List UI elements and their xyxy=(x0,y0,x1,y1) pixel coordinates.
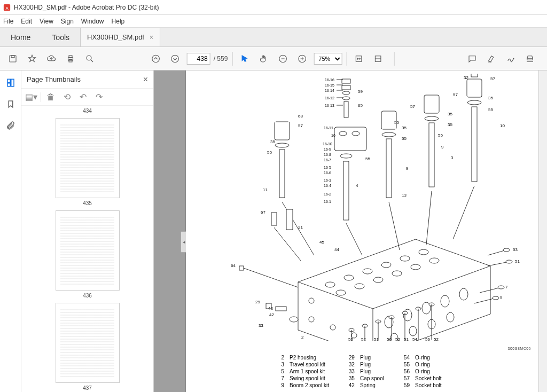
svg-rect-2 xyxy=(10,56,16,62)
menu-view[interactable]: View xyxy=(40,18,53,25)
svg-point-35 xyxy=(429,258,439,263)
svg-text:65: 65 xyxy=(358,103,363,108)
svg-rect-77 xyxy=(239,266,244,270)
svg-point-27 xyxy=(381,262,391,268)
svg-text:55: 55 xyxy=(438,133,443,138)
menu-help[interactable]: Help xyxy=(112,18,125,25)
menu-file[interactable]: File xyxy=(3,18,13,25)
right-tools-strip[interactable] xyxy=(538,70,547,392)
svg-text:43: 43 xyxy=(268,306,273,311)
svg-text:52: 52 xyxy=(434,337,439,341)
svg-point-47 xyxy=(330,325,335,330)
menu-bar: File Edit View Sign Window Help xyxy=(0,15,547,28)
svg-text:35: 35 xyxy=(488,96,493,100)
svg-text:57: 57 xyxy=(298,123,303,128)
drawing-number: 300S8MC06 xyxy=(508,347,531,350)
svg-text:55: 55 xyxy=(365,156,370,161)
cloud-upload-icon[interactable] xyxy=(44,51,59,66)
delete-page-icon[interactable]: 🗑 xyxy=(44,91,57,104)
svg-text:57: 57 xyxy=(490,76,495,81)
svg-rect-54 xyxy=(342,85,350,90)
svg-text:68: 68 xyxy=(298,114,303,119)
thumbnails-nav-icon[interactable] xyxy=(4,76,18,90)
svg-point-74 xyxy=(467,100,481,105)
parts-diagram: .ln{stroke:#000;stroke-width:0.8;fill:no… xyxy=(218,74,533,341)
pdf-file-icon: A xyxy=(3,4,11,11)
thumbnail-page[interactable] xyxy=(56,118,120,198)
svg-line-76 xyxy=(453,186,474,239)
svg-text:3: 3 xyxy=(451,155,454,160)
fit-width-icon[interactable] xyxy=(351,51,366,66)
svg-text:55: 55 xyxy=(402,136,407,141)
svg-point-88 xyxy=(506,260,512,263)
close-panel-icon[interactable]: × xyxy=(143,75,148,84)
page-number-input[interactable] xyxy=(187,53,210,65)
menu-sign[interactable]: Sign xyxy=(61,18,74,25)
svg-text:16-12: 16-12 xyxy=(325,96,334,100)
svg-text:16-9: 16-9 xyxy=(324,147,331,151)
svg-text:5: 5 xyxy=(500,295,503,300)
page-gutter: ◂ xyxy=(154,70,186,392)
bookmark-nav-icon[interactable] xyxy=(4,97,18,111)
svg-text:16-4: 16-4 xyxy=(324,184,331,187)
svg-point-55 xyxy=(342,91,350,95)
svg-text:16-6: 16-6 xyxy=(324,171,331,175)
sign-icon[interactable] xyxy=(503,51,518,66)
menu-edit[interactable]: Edit xyxy=(21,18,32,25)
thumbnail-page[interactable] xyxy=(56,303,120,383)
svg-point-92 xyxy=(493,296,499,300)
document-page[interactable]: .ln{stroke:#000;stroke-width:0.8;fill:no… xyxy=(186,70,538,392)
undo-icon[interactable]: ↶ xyxy=(76,91,89,104)
svg-line-63 xyxy=(346,223,362,255)
title-bar: A HX300HD_SM.pdf - Adobe Acrobat Pro DC … xyxy=(0,0,547,15)
svg-rect-22 xyxy=(7,83,10,87)
svg-text:52: 52 xyxy=(361,337,366,341)
svg-text:7: 7 xyxy=(505,285,508,289)
print-icon[interactable] xyxy=(63,51,78,66)
svg-point-50 xyxy=(275,143,289,147)
redo-icon[interactable]: ↷ xyxy=(92,91,105,104)
svg-point-42 xyxy=(409,326,417,336)
svg-text:57: 57 xyxy=(410,104,415,109)
pointer-icon[interactable] xyxy=(237,51,252,66)
svg-text:45: 45 xyxy=(319,240,324,245)
stamp-icon[interactable] xyxy=(522,51,537,66)
save-icon[interactable] xyxy=(5,51,20,66)
zoom-out-icon[interactable] xyxy=(275,51,290,66)
svg-point-34 xyxy=(411,264,420,270)
close-tab-icon[interactable]: × xyxy=(150,34,153,41)
svg-text:2: 2 xyxy=(301,335,304,340)
zoom-in-icon[interactable] xyxy=(294,51,309,66)
svg-text:67: 67 xyxy=(261,210,265,215)
search-icon[interactable] xyxy=(82,51,97,66)
svg-line-81 xyxy=(274,228,301,261)
thumbnails-scroll[interactable]: 434 435 436 437 438 xyxy=(21,106,153,392)
svg-text:9: 9 xyxy=(441,145,444,150)
page-up-icon[interactable] xyxy=(149,51,163,66)
svg-point-29 xyxy=(419,249,428,255)
svg-text:A: A xyxy=(5,5,9,10)
fit-page-icon[interactable] xyxy=(370,51,385,66)
page-down-icon[interactable] xyxy=(168,51,183,66)
rotate-page-icon[interactable]: ⟲ xyxy=(60,91,73,104)
thumb-caption: 435 xyxy=(21,200,153,206)
menu-window[interactable]: Window xyxy=(81,18,104,25)
attachment-nav-icon[interactable] xyxy=(4,119,18,132)
thumb-options-icon[interactable]: ▤▾ xyxy=(25,91,37,104)
highlight-icon[interactable] xyxy=(484,51,499,66)
window-title: HX300HD_SM.pdf - Adobe Acrobat Pro DC (3… xyxy=(14,4,159,11)
zoom-select[interactable]: 75% xyxy=(314,53,342,65)
svg-point-9 xyxy=(152,55,160,62)
svg-text:16-16: 16-16 xyxy=(325,78,334,82)
tab-home[interactable]: Home xyxy=(0,28,41,46)
svg-text:35: 35 xyxy=(448,122,452,127)
svg-point-46 xyxy=(309,317,314,322)
svg-point-7 xyxy=(87,56,91,60)
thumbnail-page[interactable] xyxy=(56,210,120,291)
tab-tools[interactable]: Tools xyxy=(41,28,80,46)
star-icon[interactable] xyxy=(25,51,40,66)
hand-icon[interactable] xyxy=(256,51,271,66)
svg-rect-6 xyxy=(69,59,72,62)
comment-icon[interactable] xyxy=(465,51,480,66)
tab-document[interactable]: HX300HD_SM.pdf × xyxy=(80,28,160,46)
